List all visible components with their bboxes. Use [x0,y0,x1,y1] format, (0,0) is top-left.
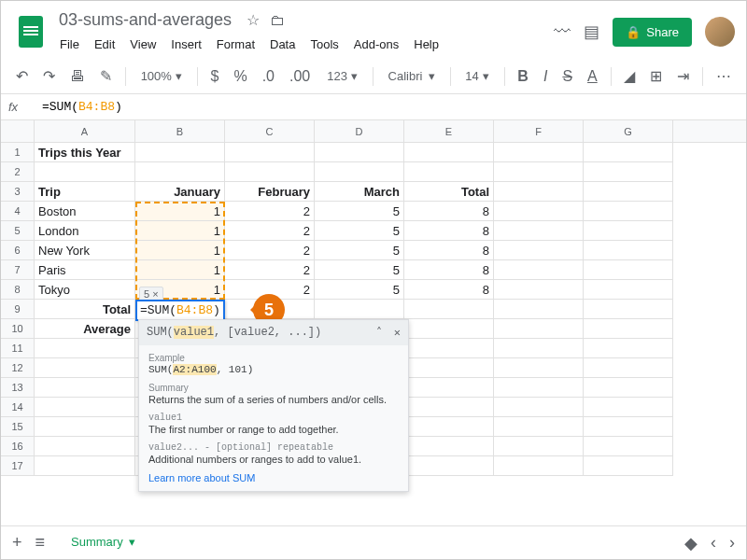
row-header[interactable]: 4 [1,202,35,221]
cell[interactable]: Trips this Year [35,143,135,162]
row-header[interactable]: 5 [1,221,35,241]
formula-input[interactable]: =SUM(B4:B8) [42,100,122,114]
menu-view[interactable]: View [123,34,162,55]
avatar[interactable] [705,17,735,47]
row-header[interactable]: 1 [1,143,35,162]
cell[interactable]: 5 [315,280,404,300]
cell[interactable]: Tokyo [35,280,135,300]
cell[interactable]: London [35,221,135,241]
currency-icon[interactable]: $ [207,64,223,89]
close-icon[interactable]: ✕ [394,327,401,340]
share-button[interactable]: 🔒 Share [613,18,692,47]
row-header[interactable]: 14 [1,398,35,417]
sheets-logo[interactable] [12,13,49,50]
paint-format-icon[interactable]: ✎ [96,63,116,89]
cell[interactable]: March [315,182,404,202]
cell[interactable]: 8 [404,202,494,221]
more-icon[interactable]: ⋯ [712,63,735,89]
col-header-f[interactable]: F [494,120,584,142]
active-cell-editor[interactable]: =SUM(B4:B8) [135,300,225,321]
cell[interactable]: 1 [135,202,225,221]
menu-data[interactable]: Data [263,34,302,55]
chevron-right-icon[interactable]: › [729,533,735,553]
row-header[interactable]: 11 [1,339,35,358]
explore-icon[interactable]: ◆ [684,533,698,553]
cell[interactable]: 1 [135,241,225,260]
add-sheet-icon[interactable]: + [12,533,22,553]
cell[interactable]: Total [35,300,135,319]
cell[interactable]: February [225,182,315,202]
zoom-select[interactable]: 100% ▾ [135,65,188,87]
cell[interactable]: 5 [315,241,404,260]
all-sheets-icon[interactable]: ≡ [35,533,46,553]
collapse-icon[interactable]: ˄ [376,327,382,340]
bold-icon[interactable]: B [514,64,532,89]
menu-help[interactable]: Help [407,34,445,55]
cell[interactable]: January [135,182,225,202]
row-header[interactable]: 17 [1,456,35,476]
cell[interactable]: Average [35,319,135,339]
merge-icon[interactable]: ⇥ [673,63,693,89]
cell[interactable]: 1 [135,260,225,280]
percent-icon[interactable]: % [230,64,250,89]
row-header[interactable]: 12 [1,358,35,378]
col-header-g[interactable]: G [584,120,673,142]
folder-icon[interactable]: 🗀 [270,12,285,28]
menu-addons[interactable]: Add-ons [347,34,405,55]
close-hint-icon[interactable]: × [152,288,158,300]
row-header[interactable]: 2 [1,162,35,182]
row-header[interactable]: 10 [1,319,35,339]
menu-format[interactable]: Format [210,34,261,55]
row-header[interactable]: 8 [1,280,35,300]
menu-edit[interactable]: Edit [88,34,121,55]
cell[interactable]: 5 [315,260,404,280]
print-icon[interactable]: 🖶 [66,64,89,89]
cell[interactable]: 8 [404,241,494,260]
row-header[interactable]: 7 [1,260,35,280]
cell[interactable]: 8 [404,280,494,300]
row-header[interactable]: 16 [1,437,35,456]
spreadsheet-grid[interactable]: A B C D E F G 1Trips this Year 2 3TripJa… [1,120,746,476]
cell[interactable]: 2 [225,241,315,260]
font-size-select[interactable]: 14 ▾ [459,65,494,87]
cell[interactable]: 2 [225,221,315,241]
row-header[interactable]: 15 [1,417,35,437]
cell[interactable]: Paris [35,260,135,280]
learn-more-link[interactable]: Learn more about SUM [148,472,399,483]
fill-color-icon[interactable]: ◢ [620,63,639,89]
cell[interactable]: 8 [404,221,494,241]
font-select[interactable]: Calibri ▾ [383,65,441,87]
cell[interactable]: 1 [135,221,225,241]
col-header-b[interactable]: B [135,120,225,142]
cell[interactable]: Trip [35,182,135,202]
menu-tools[interactable]: Tools [303,34,345,55]
col-header-a[interactable]: A [35,120,135,142]
cell[interactable]: 2 [225,202,315,221]
menu-insert[interactable]: Insert [164,34,208,55]
col-header-d[interactable]: D [315,120,404,142]
row-header[interactable]: 6 [1,241,35,260]
cell[interactable]: 5 [315,221,404,241]
borders-icon[interactable]: ⊞ [646,63,666,89]
cell[interactable]: 5 [315,202,404,221]
col-header-c[interactable]: C [225,120,315,142]
sheet-tab[interactable]: Summary ▾ [58,529,148,556]
italic-icon[interactable]: I [540,64,551,89]
chevron-down-icon[interactable]: ▾ [129,535,135,549]
cell[interactable]: Boston [35,202,135,221]
menu-file[interactable]: File [53,34,86,55]
row-header[interactable]: 9 [1,300,35,319]
trend-icon[interactable]: 〰 [554,22,571,42]
document-title[interactable]: 03-sums-and-averages [53,8,237,32]
row-header[interactable]: 3 [1,182,35,202]
strike-icon[interactable]: S [558,64,576,89]
comments-icon[interactable]: ▤ [584,21,599,42]
number-format-select[interactable]: 123▾ [321,65,363,87]
col-header-e[interactable]: E [404,120,494,142]
decrease-decimal-icon[interactable]: .0 [259,64,278,89]
cell[interactable]: Total [404,182,494,202]
text-color-icon[interactable]: A [584,64,601,89]
cell[interactable]: 2 [225,260,315,280]
increase-decimal-icon[interactable]: .00 [286,64,314,89]
star-icon[interactable]: ☆ [247,12,260,28]
